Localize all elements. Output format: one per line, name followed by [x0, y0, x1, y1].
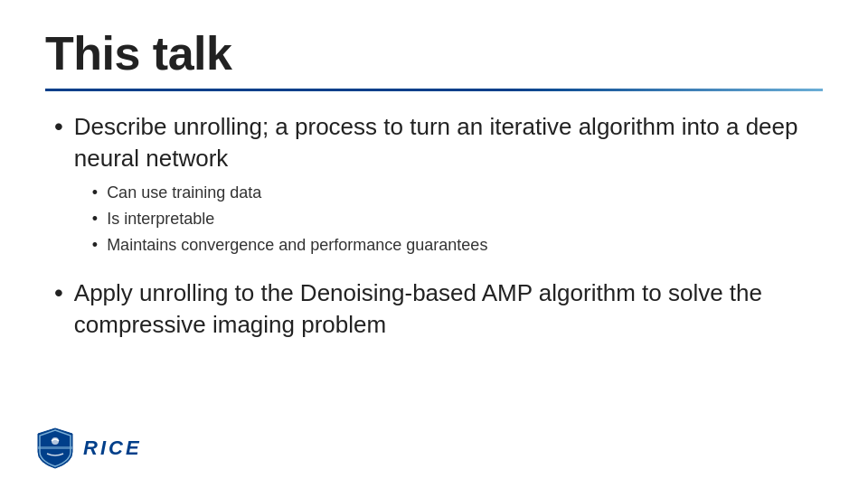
sub-bullet-1-2-dot: •	[92, 208, 98, 230]
sub-bullet-1-1: • Can use training data	[92, 182, 814, 204]
bullet-1-dot: •	[54, 111, 63, 142]
sub-bullets-1: • Can use training data • Is interpretab…	[92, 182, 814, 258]
rice-wordmark: RICE	[83, 436, 142, 460]
svg-rect-0	[38, 446, 72, 449]
bullet-1-text: Describe unrolling; a process to turn an…	[74, 113, 798, 172]
bullet-2-text: Apply unrolling to the Denoising-based A…	[74, 277, 814, 341]
bullet-1-content: Describe unrolling; a process to turn an…	[74, 111, 814, 261]
footer: RICE	[36, 427, 142, 470]
content-area: • Describe unrolling; a process to turn …	[45, 111, 823, 341]
rice-logo: RICE	[36, 427, 142, 470]
sub-bullet-1-3-dot: •	[92, 234, 98, 257]
sub-bullet-1-1-dot: •	[92, 182, 98, 204]
title-section: This talk	[45, 27, 823, 81]
rice-shield-icon	[36, 427, 74, 470]
bullet-1: • Describe unrolling; a process to turn …	[54, 111, 814, 261]
sub-bullet-1-3-text: Maintains convergence and performance gu…	[107, 234, 487, 257]
sub-bullet-1-2-text: Is interpretable	[107, 208, 214, 230]
slide: This talk • Describe unrolling; a proces…	[0, 0, 868, 488]
title-divider	[45, 89, 823, 91]
sub-bullet-1-3: • Maintains convergence and performance …	[92, 234, 814, 257]
sub-bullet-1-2: • Is interpretable	[92, 208, 814, 230]
sub-bullet-1-1-text: Can use training data	[107, 182, 261, 204]
svg-point-1	[52, 437, 59, 445]
bullet-2: • Apply unrolling to the Denoising-based…	[54, 277, 814, 341]
bullet-2-dot: •	[54, 277, 63, 308]
slide-title: This talk	[45, 27, 823, 81]
